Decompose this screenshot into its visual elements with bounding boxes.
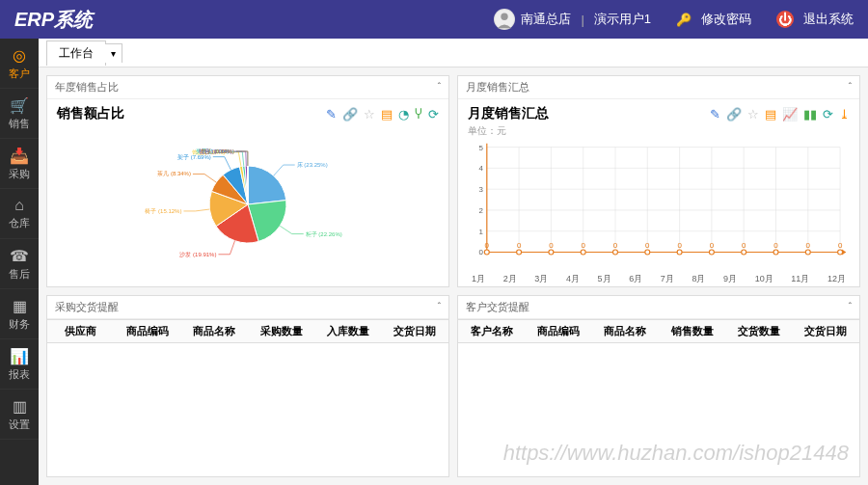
panel-title: 采购交货提醒 — [55, 300, 438, 314]
top-header: ERP系统 南通总店 | 演示用户1 🔑 修改密码 ⏻ 退出系统 — [0, 0, 868, 39]
clock-icon[interactable]: ◔ — [398, 107, 409, 121]
svg-point-48 — [613, 250, 618, 255]
line-icon[interactable]: 📈 — [782, 107, 798, 121]
bar-icon[interactable]: ▮▮ — [803, 107, 817, 121]
svg-point-40 — [484, 250, 489, 255]
gear-icon: ▥ — [13, 397, 27, 416]
column-header: 商品编码 — [525, 320, 591, 342]
svg-text:0: 0 — [806, 241, 811, 250]
svg-text:0: 0 — [773, 241, 778, 250]
svg-point-52 — [677, 250, 682, 255]
column-header: 交货数量 — [725, 320, 792, 342]
panel-title: 年度销售占比 — [55, 80, 438, 94]
svg-text:茶几 (8.34%): 茶几 (8.34%) — [157, 171, 191, 176]
svg-point-62 — [838, 250, 843, 255]
svg-point-42 — [517, 250, 522, 255]
grid-icon: ▦ — [13, 297, 27, 315]
refresh-icon[interactable]: ⟳ — [428, 107, 439, 121]
x-tick-label: 1月 — [472, 273, 485, 285]
x-tick-label: 9月 — [723, 273, 737, 285]
svg-text:0: 0 — [581, 241, 585, 250]
svg-point-56 — [742, 250, 746, 255]
sidebar-item-finance[interactable]: ▦财务 — [0, 289, 39, 339]
panel-line: 月度销售汇总ˆ 月度销售汇总 ✎ 🔗 ☆ ▤ 📈 ▮▮ ⟳ ⤓ — [457, 75, 860, 287]
svg-text:床 (23.25%): 床 (23.25%) — [297, 161, 328, 168]
star-icon[interactable]: ☆ — [747, 107, 759, 121]
chart-icon: 📊 — [10, 347, 29, 365]
tab-workbench[interactable]: 工作台 — [46, 40, 106, 66]
filter-icon[interactable]: Ⴤ — [415, 107, 422, 121]
sidebar-item-settings[interactable]: ▥设置 — [0, 390, 39, 440]
panel-title: 客户交货提醒 — [466, 300, 849, 314]
svg-text:3: 3 — [478, 185, 483, 194]
svg-text:4: 4 — [478, 164, 483, 173]
sidebar: ◎客户 🛒销售 📥采购 ⌂仓库 ☎售后 ▦财务 📊报表 ▥设置 — [0, 39, 39, 485]
svg-point-54 — [709, 250, 714, 255]
sidebar-item-customer[interactable]: ◎客户 — [0, 39, 39, 89]
key-icon: 🔑 — [676, 13, 692, 27]
link-icon[interactable]: 🔗 — [726, 107, 742, 121]
phone-icon: ☎ — [10, 247, 29, 265]
chart-title: 月度销售汇总 — [468, 105, 710, 122]
svg-text:0: 0 — [613, 241, 618, 250]
chevron-up-icon[interactable]: ˆ — [438, 302, 441, 312]
house-icon: ⌂ — [14, 197, 24, 214]
column-header: 交货日期 — [382, 320, 448, 342]
chart-toolbar: ✎ 🔗 ☆ ▤ 📈 ▮▮ ⟳ ⤓ — [710, 107, 850, 121]
inbox-icon: 📥 — [10, 147, 29, 165]
chevron-up-icon[interactable]: ˆ — [849, 302, 852, 312]
sidebar-item-aftersale[interactable]: ☎售后 — [0, 239, 39, 289]
store-name: 南通总店 — [521, 11, 571, 28]
svg-text:枕头 (0.02%): 枕头 (0.02%) — [200, 148, 234, 154]
refresh-icon[interactable]: ⟳ — [823, 107, 833, 121]
chart-unit: 单位：元 — [468, 124, 850, 138]
cart-icon: 🛒 — [10, 96, 29, 115]
edit-icon[interactable]: ✎ — [710, 107, 720, 121]
column-header: 客户名称 — [458, 320, 525, 342]
column-header: 交货日期 — [793, 320, 859, 342]
link-icon[interactable]: 🔗 — [342, 107, 358, 121]
line-chart: 012345000000000000 1月2月3月4月5月6月7月8月9月10月… — [468, 142, 850, 286]
list-icon[interactable]: ▤ — [765, 107, 776, 121]
column-header: 供应商 — [47, 320, 114, 342]
chevron-up-icon[interactable]: ˆ — [438, 82, 441, 93]
export-icon[interactable]: ⤓ — [839, 107, 850, 121]
list-icon[interactable]: ▤ — [381, 107, 393, 121]
change-password-link[interactable]: 修改密码 — [701, 11, 751, 28]
chevron-up-icon[interactable]: ˆ — [849, 82, 852, 93]
sidebar-item-warehouse[interactable]: ⌂仓库 — [0, 189, 39, 239]
avatar-icon[interactable] — [494, 9, 515, 30]
svg-text:0: 0 — [742, 241, 746, 250]
svg-text:0: 0 — [485, 241, 490, 250]
svg-point-58 — [773, 250, 778, 255]
sidebar-item-purchase[interactable]: 📥采购 — [0, 139, 39, 189]
divider: | — [581, 13, 583, 27]
svg-text:5: 5 — [478, 144, 483, 152]
svg-point-1 — [502, 13, 508, 20]
panel-pie: 年度销售占比ˆ 销售额占比 ✎ 🔗 ☆ ▤ ◔ Ⴤ ⟳ — [46, 75, 449, 287]
edit-icon[interactable]: ✎ — [326, 107, 337, 121]
svg-text:0: 0 — [838, 241, 843, 250]
column-header: 销售数量 — [659, 320, 725, 342]
x-tick-label: 6月 — [629, 273, 642, 285]
sidebar-item-report[interactable]: 📊报表 — [0, 339, 39, 390]
x-tick-label: 10月 — [755, 273, 773, 285]
column-header: 商品名称 — [181, 320, 248, 342]
svg-text:柜子 (22.26%): 柜子 (22.26%) — [305, 231, 342, 237]
column-header: 商品名称 — [592, 320, 659, 342]
star-icon[interactable]: ☆ — [364, 107, 375, 121]
tab-dropdown[interactable]: ▾ — [105, 43, 122, 63]
tab-bar: 工作台 ▾ — [39, 39, 868, 67]
column-header: 商品编码 — [114, 320, 180, 342]
panel-customer-reminder: 客户交货提醒ˆ 客户名称商品编码商品名称销售数量交货数量交货日期 — [457, 295, 860, 477]
x-tick-label: 2月 — [503, 273, 517, 285]
power-icon: ⏻ — [776, 11, 794, 28]
svg-point-44 — [549, 250, 554, 255]
logout-link[interactable]: 退出系统 — [803, 11, 854, 28]
table-header: 供应商商品编码商品名称采购数量入库数量交货日期 — [47, 319, 448, 343]
x-tick-label: 3月 — [534, 273, 548, 285]
sidebar-item-sales[interactable]: 🛒销售 — [0, 89, 39, 139]
svg-text:沙发 (19.91%): 沙发 (19.91%) — [179, 252, 216, 257]
x-tick-label: 7月 — [661, 273, 674, 285]
svg-point-46 — [581, 250, 585, 255]
